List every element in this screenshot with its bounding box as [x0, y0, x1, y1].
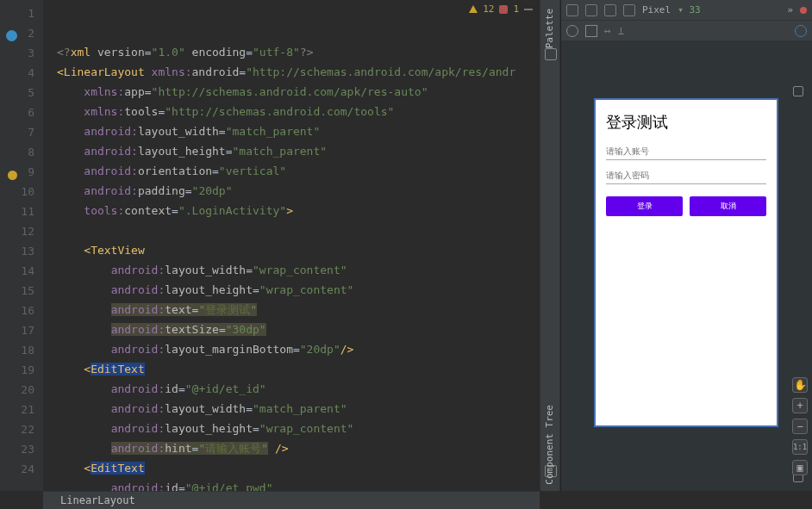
line-number: 16	[0, 301, 43, 320]
device-selector[interactable]: Pixel	[642, 4, 671, 16]
code-line[interactable]: xmlns:tools="http://schemas.android.com/…	[57, 102, 540, 121]
line-number: 15	[0, 281, 43, 301]
line-number: 13	[0, 241, 43, 261]
line-number: 17	[0, 320, 43, 340]
class-gutter-icon	[5, 28, 17, 40]
palette-tool-icon[interactable]	[545, 48, 557, 60]
line-number: 5	[0, 83, 43, 102]
line-number: 18	[0, 340, 43, 360]
line-number: 22	[0, 419, 43, 439]
view-mode-icon[interactable]	[566, 25, 578, 37]
api-level-selector[interactable]: ▾ 33	[678, 4, 701, 16]
layers-icon[interactable]	[566, 4, 578, 16]
error-count: 1	[513, 3, 519, 15]
code-line[interactable]: <EditText	[57, 458, 540, 478]
palette-tool-label[interactable]: Palette	[544, 9, 555, 48]
code-line[interactable]: xmlns:app="http://schemas.android.com/ap…	[57, 82, 540, 102]
line-number: 6	[0, 102, 43, 122]
code-line[interactable]: <?xml version="1.0" encoding="utf-8"?>	[57, 42, 540, 62]
zoom-fit-button[interactable]: ▣	[792, 460, 808, 475]
code-line[interactable]: android:layout_width="match_parent"	[57, 121, 540, 141]
code-line[interactable]: android:layout_width="wrap_content"	[57, 260, 540, 280]
breadcrumb[interactable]: LinearLayout	[43, 491, 540, 509]
help-icon[interactable]	[795, 25, 807, 37]
code-line[interactable]: android:padding="20dp"	[57, 181, 540, 201]
code-line[interactable]: <TextView	[57, 240, 540, 260]
line-number: 12	[0, 221, 43, 241]
zoom-in-button[interactable]: +	[792, 398, 808, 413]
issue-indicator-icon[interactable]	[800, 7, 807, 14]
layout-preview-pane: Pixel ▾ 33 » ↔ ⊥ 登录测试 登录 取消 ✋ + − 1:1 ▣	[560, 0, 812, 491]
code-line[interactable]: android:textSize="30dp"	[57, 320, 540, 339]
line-number: 14	[0, 261, 43, 281]
breadcrumb-root[interactable]: LinearLayout	[60, 494, 135, 506]
line-number: 2	[0, 23, 43, 43]
preview-title: 登录测试	[606, 112, 766, 133]
tool-window-strip: Palette Component Tree	[540, 0, 560, 491]
line-number: 24	[0, 459, 43, 479]
code-line[interactable]	[57, 220, 540, 240]
preview-login-button[interactable]: 登录	[606, 196, 683, 216]
code-line[interactable]: android:text="登录测试"	[57, 300, 540, 320]
design-toolbar-top: Pixel ▾ 33 »	[561, 0, 812, 21]
code-line[interactable]: android:id="@+id/et_id"	[57, 379, 540, 399]
line-number: 9	[0, 162, 43, 182]
warning-count: 12	[483, 3, 494, 15]
line-number: 10	[0, 182, 43, 202]
code-line[interactable]: android:id="@+id/et_pwd"	[57, 478, 540, 491]
night-mode-icon[interactable]	[604, 4, 616, 16]
code-line[interactable]: android:orientation="vertical"	[57, 161, 540, 181]
zoom-controls: ✋ + − 1:1 ▣	[791, 377, 809, 475]
line-number: 21	[0, 400, 43, 419]
design-toolbar-view: ↔ ⊥	[561, 21, 812, 41]
code-line[interactable]: <EditText	[57, 359, 540, 379]
device-frame[interactable]: 登录测试 登录 取消	[594, 98, 778, 427]
line-number: 4	[0, 63, 43, 83]
code-line[interactable]: android:layout_height="wrap_content"	[57, 280, 540, 300]
split-view-icon[interactable]	[585, 25, 597, 37]
preview-cancel-button[interactable]: 取消	[690, 196, 766, 216]
code-line[interactable]: <LinearLayout xmlns:android="http://sche…	[57, 62, 540, 82]
code-line[interactable]: android:layout_marginBottom="20dp"/>	[57, 339, 540, 359]
pan-icon[interactable]: ✋	[792, 377, 808, 393]
line-number: 23	[0, 439, 43, 459]
orientation-icon[interactable]	[585, 4, 597, 16]
preview-input-id[interactable]	[606, 143, 766, 160]
warning-icon	[469, 5, 478, 13]
code-line[interactable]: android:layout_height="match_parent"	[57, 141, 540, 161]
code-line[interactable]: android:hint="请输入账号" />	[57, 438, 540, 458]
line-number: 20	[0, 380, 43, 400]
line-number: 1	[0, 3, 43, 23]
line-number-gutter: 123456789101112131415161718192021222324	[0, 0, 43, 491]
component-tree-tool-label[interactable]: Component Tree	[544, 405, 555, 485]
code-line[interactable]: tools:context=".LoginActivity">	[57, 201, 540, 220]
device-icon[interactable]	[623, 4, 635, 16]
code-line[interactable]: android:layout_height="wrap_content"	[57, 419, 540, 438]
code-line[interactable]: android:layout_width="match_parent"	[57, 399, 540, 419]
line-number: 11	[0, 202, 43, 221]
zoom-out-button[interactable]: −	[792, 419, 808, 434]
view-options-icon[interactable]	[793, 86, 803, 96]
code-area[interactable]: 12 1 <?xml version="1.0" encoding="utf-8…	[43, 0, 540, 491]
error-icon	[499, 5, 508, 14]
line-number: 19	[0, 360, 43, 380]
xml-code-editor[interactable]: 123456789101112131415161718192021222324 …	[0, 0, 540, 491]
line-number: 7	[0, 122, 43, 142]
inspection-menu-icon[interactable]	[524, 9, 533, 10]
intention-bulb-icon[interactable]	[5, 166, 17, 178]
line-number: 8	[0, 142, 43, 162]
line-number: 3	[0, 43, 43, 63]
zoom-reset-button[interactable]: 1:1	[792, 439, 808, 455]
preview-input-pwd[interactable]	[606, 167, 766, 184]
inspection-summary[interactable]: 12 1	[469, 3, 533, 15]
